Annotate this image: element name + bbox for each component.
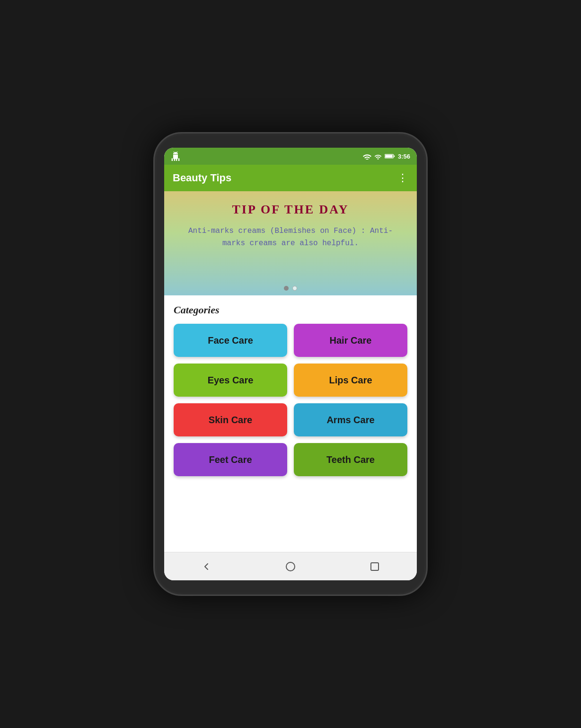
category-btn-eyes-care[interactable]: Eyes Care	[174, 364, 287, 397]
dot-1	[284, 286, 289, 291]
status-left	[171, 151, 180, 161]
signal-icon	[374, 153, 382, 160]
tip-title: TIP OF THE DAY	[232, 203, 349, 217]
back-button[interactable]	[197, 557, 216, 576]
tip-banner: TIP OF THE DAY Anti-marks creams (Blemis…	[164, 191, 417, 295]
android-icon	[171, 151, 180, 161]
category-btn-face-care[interactable]: Face Care	[174, 324, 287, 357]
device-frame: 3:56 Beauty Tips ⋮ TIP OF THE DAY Anti-m…	[153, 132, 428, 596]
wifi-icon	[363, 153, 371, 160]
svg-rect-4	[371, 563, 379, 570]
category-btn-lips-care[interactable]: Lips Care	[294, 364, 407, 397]
categories-grid: Face CareHair CareEyes CareLips CareSkin…	[174, 324, 407, 476]
more-options-button[interactable]: ⋮	[397, 172, 408, 184]
app-title: Beauty Tips	[173, 172, 231, 184]
category-btn-hair-care[interactable]: Hair Care	[294, 324, 407, 357]
tip-text: Anti-marks creams (Blemishes on Face) : …	[177, 225, 404, 249]
category-btn-skin-care[interactable]: Skin Care	[174, 403, 287, 436]
categories-section: Categories Face CareHair CareEyes CareLi…	[164, 295, 417, 552]
status-right: 3:56	[363, 153, 410, 160]
home-icon	[285, 561, 296, 572]
battery-icon	[385, 153, 395, 160]
recents-button[interactable]	[365, 557, 384, 576]
category-btn-teeth-care[interactable]: Teeth Care	[294, 443, 407, 476]
carousel-dots	[284, 286, 297, 291]
nav-bar	[164, 552, 417, 580]
time-display: 3:56	[398, 153, 410, 160]
svg-point-3	[286, 562, 295, 571]
home-button[interactable]	[281, 557, 300, 576]
category-btn-arms-care[interactable]: Arms Care	[294, 403, 407, 436]
screen: 3:56 Beauty Tips ⋮ TIP OF THE DAY Anti-m…	[164, 148, 417, 580]
category-btn-feet-care[interactable]: Feet Care	[174, 443, 287, 476]
svg-rect-2	[385, 155, 393, 158]
dot-2	[292, 286, 297, 291]
recents-icon	[369, 561, 380, 572]
status-bar: 3:56	[164, 148, 417, 165]
back-icon	[201, 561, 212, 572]
svg-rect-1	[394, 155, 395, 157]
categories-title: Categories	[174, 304, 407, 316]
app-bar: Beauty Tips ⋮	[164, 165, 417, 191]
